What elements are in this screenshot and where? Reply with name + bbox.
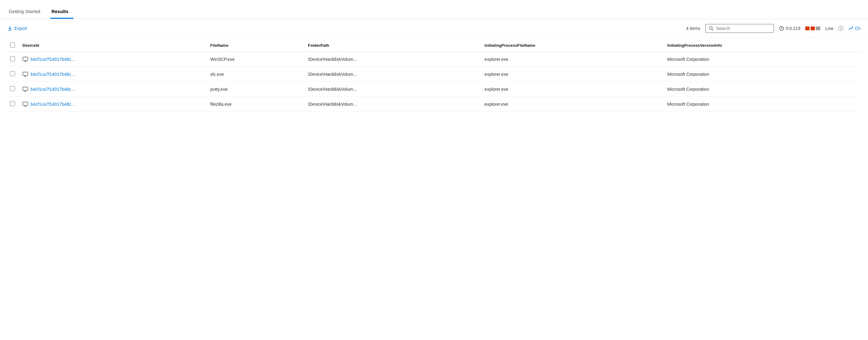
row-checkbox[interactable] bbox=[10, 86, 15, 91]
cell-initiatingprocessversioninfo: Microsoft Corporation bbox=[665, 52, 861, 67]
row-checkbox[interactable] bbox=[10, 71, 15, 76]
search-input[interactable] bbox=[716, 26, 771, 31]
svg-rect-8 bbox=[23, 72, 28, 75]
items-count: 4 items bbox=[686, 26, 700, 31]
cell-filename: putty.exe bbox=[208, 82, 306, 97]
col-filename[interactable]: FileName bbox=[208, 38, 306, 52]
table-container: DeviceId FileName FolderPath InitiatingP… bbox=[0, 38, 868, 112]
col-folderpath[interactable]: FolderPath bbox=[305, 38, 482, 52]
level-block-3 bbox=[816, 27, 820, 30]
col-initiating-process-filename[interactable]: InitiatingProcessFileName bbox=[482, 38, 665, 52]
timer-value: 0:0.219 bbox=[786, 26, 801, 31]
svg-rect-14 bbox=[23, 102, 28, 105]
download-icon bbox=[7, 26, 12, 31]
svg-point-0 bbox=[709, 27, 712, 29]
level-block-2 bbox=[811, 27, 815, 30]
svg-rect-5 bbox=[23, 57, 28, 61]
row-checkbox[interactable] bbox=[10, 101, 15, 106]
col-device-id[interactable]: DeviceId bbox=[20, 38, 208, 52]
device-icon bbox=[23, 71, 28, 77]
chart-icon bbox=[848, 26, 853, 31]
level-block-1 bbox=[805, 27, 810, 30]
cell-folderpath: \Device\HarddiskVolum... bbox=[305, 52, 482, 67]
cell-initiatingprocessfilename: explorer.exe bbox=[482, 67, 665, 82]
svg-rect-11 bbox=[23, 87, 28, 91]
table-header-row: DeviceId FileName FolderPath InitiatingP… bbox=[7, 38, 861, 52]
svg-line-1 bbox=[712, 29, 713, 31]
device-id-link[interactable]: b4cf1ca7f14017b48c... bbox=[31, 57, 75, 62]
cell-initiatingprocessversioninfo: Microsoft Corporation bbox=[665, 97, 861, 112]
cell-filename: WinSCP.exe bbox=[208, 52, 306, 67]
info-icon[interactable]: i bbox=[838, 26, 843, 31]
cell-filename: filezilla.exe bbox=[208, 97, 306, 112]
tab-results[interactable]: Results bbox=[50, 6, 73, 19]
select-all-checkbox[interactable] bbox=[10, 42, 15, 47]
search-icon bbox=[709, 26, 714, 31]
level-label: Low bbox=[825, 26, 833, 31]
table-row: b4cf1ca7f14017b48c...WinSCP.exe\Device\H… bbox=[7, 52, 861, 67]
tabs-container: Getting Started Results bbox=[0, 0, 868, 19]
chart-button[interactable]: Ch bbox=[848, 26, 861, 31]
device-id-link[interactable]: b4cf1ca7f14017b48c... bbox=[31, 72, 75, 77]
table-body: b4cf1ca7f14017b48c...WinSCP.exe\Device\H… bbox=[7, 52, 861, 112]
tab-getting-started[interactable]: Getting Started bbox=[7, 6, 45, 19]
device-icon bbox=[23, 57, 28, 62]
row-checkbox[interactable] bbox=[10, 56, 15, 61]
toolbar: Export 4 items 0:0.219 Low i Ch bbox=[0, 19, 868, 38]
cell-initiatingprocessversioninfo: Microsoft Corporation bbox=[665, 82, 861, 97]
results-table: DeviceId FileName FolderPath InitiatingP… bbox=[7, 38, 861, 112]
col-initiating-process-version-info[interactable]: InitiatingProcessVersionInfo bbox=[665, 38, 861, 52]
col-checkbox bbox=[7, 38, 20, 52]
cell-filename: vlc.exe bbox=[208, 67, 306, 82]
device-icon bbox=[23, 87, 28, 92]
cell-folderpath: \Device\HarddiskVolum... bbox=[305, 97, 482, 112]
clock-icon bbox=[779, 26, 784, 31]
device-icon bbox=[23, 101, 28, 107]
table-row: b4cf1ca7f14017b48c...putty.exe\Device\Ha… bbox=[7, 82, 861, 97]
cell-initiatingprocessfilename: explorer.exe bbox=[482, 52, 665, 67]
table-row: b4cf1ca7f14017b48c...vlc.exe\Device\Hard… bbox=[7, 67, 861, 82]
cell-initiatingprocessfilename: explorer.exe bbox=[482, 82, 665, 97]
cell-folderpath: \Device\HarddiskVolum... bbox=[305, 67, 482, 82]
device-id-link[interactable]: b4cf1ca7f14017b48c... bbox=[31, 87, 75, 92]
timer-info: 0:0.219 bbox=[779, 26, 801, 31]
device-id-link[interactable]: b4cf1ca7f14017b48c... bbox=[31, 102, 75, 107]
cell-folderpath: \Device\HarddiskVolum... bbox=[305, 82, 482, 97]
level-blocks bbox=[805, 27, 820, 30]
search-box bbox=[705, 24, 774, 33]
table-row: b4cf1ca7f14017b48c...filezilla.exe\Devic… bbox=[7, 97, 861, 112]
cell-initiatingprocessversioninfo: Microsoft Corporation bbox=[665, 67, 861, 82]
cell-initiatingprocessfilename: explorer.exe bbox=[482, 97, 665, 112]
export-button[interactable]: Export bbox=[7, 26, 27, 31]
